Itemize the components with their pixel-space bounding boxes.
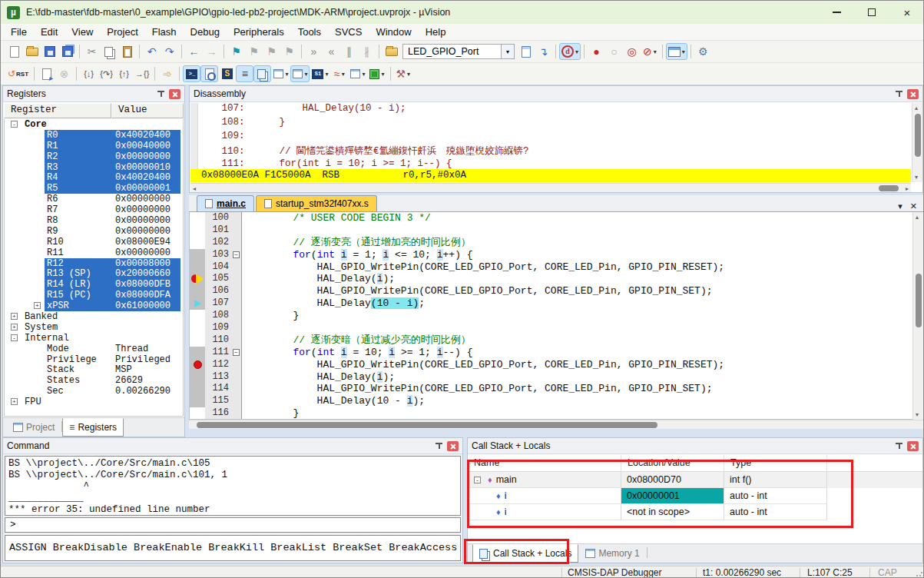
- code-line[interactable]: 114 HAL_GPIO_WritePin(CORE_LED_GPIO_Port…: [190, 383, 922, 395]
- code-line[interactable]: 111− for(int i = 10; i >= 1; i--) {: [190, 347, 922, 359]
- register-row-r14-lr-[interactable]: R14 (LR)0x08000DFB: [5, 279, 183, 290]
- register-column-label[interactable]: Register: [4, 103, 111, 118]
- menu-debug[interactable]: Debug: [184, 25, 227, 39]
- bookmark-next-icon[interactable]: ⚑: [263, 43, 280, 60]
- close-panel-icon[interactable]: [169, 89, 180, 99]
- editor-tab-main-c[interactable]: main.c: [197, 195, 254, 211]
- kill-all-breakpoints-icon-dropdown[interactable]: ▾: [654, 48, 657, 55]
- search-input[interactable]: [402, 44, 501, 59]
- fold-collapse-icon[interactable]: −: [233, 251, 240, 258]
- resize-grip-icon[interactable]: [916, 570, 923, 577]
- disassembly-current-line[interactable]: 0x08000E0A F1C5000A RSB r0,r5,#0x0A: [190, 169, 911, 182]
- minimize-icon[interactable]: [819, 1, 854, 24]
- new-file-icon[interactable]: [5, 43, 23, 60]
- menu-file[interactable]: File: [4, 25, 34, 39]
- register-row-mode[interactable]: ModeThread: [5, 344, 183, 354]
- register-row-r3[interactable]: R30x00000010: [5, 162, 183, 173]
- register-row-privilege[interactable]: PrivilegePrivileged: [5, 354, 183, 365]
- run-icon[interactable]: [38, 65, 55, 82]
- tab-list-dropdown-icon[interactable]: ▾: [898, 201, 902, 211]
- register-row-internal[interactable]: -Internal: [5, 333, 183, 344]
- breakpoint-gutter[interactable]: [190, 212, 205, 224]
- register-row-fpu[interactable]: +FPU: [5, 397, 183, 407]
- disassembly-vscrollbar[interactable]: ▴▾: [912, 103, 922, 182]
- copy-icon[interactable]: [101, 43, 118, 60]
- tree-expander-icon[interactable]: +: [11, 313, 18, 320]
- search-dropdown-icon[interactable]: ▾: [501, 44, 515, 59]
- register-row-r0[interactable]: R00x40020400: [5, 130, 183, 141]
- save-all-icon[interactable]: [58, 43, 76, 60]
- serial-window-icon[interactable]: S1▾: [310, 65, 330, 82]
- watch-window-icon-dropdown[interactable]: ▾: [285, 71, 288, 78]
- code-line[interactable]: 113 HAL_Delay(i);: [190, 371, 922, 384]
- disassembly-line[interactable]: 108: }: [190, 117, 911, 131]
- register-row-r8[interactable]: R80x00000000: [5, 215, 183, 226]
- code-line[interactable]: 104 HAL_GPIO_WritePin(CORE_LED_GPIO_Port…: [190, 261, 922, 274]
- callstack-window-icon[interactable]: [253, 65, 271, 82]
- code-line[interactable]: 110 // 逐渐变暗（通过减少亮的时间比例）: [190, 334, 922, 347]
- pin-icon[interactable]: [893, 440, 905, 451]
- menu-peripherals[interactable]: Peripherals: [227, 25, 291, 39]
- registers-window-icon[interactable]: ≡: [236, 65, 253, 82]
- register-row-sec[interactable]: Sec0.00266290: [5, 386, 183, 397]
- menu-flash[interactable]: Flash: [145, 25, 184, 39]
- breakpoint-icon[interactable]: [194, 360, 202, 369]
- system-viewer-icon-dropdown[interactable]: ▾: [381, 71, 384, 78]
- window-layout-icon-dropdown[interactable]: ▾: [682, 48, 685, 55]
- breakpoint-gutter[interactable]: [190, 334, 205, 347]
- serial-window-icon-dropdown[interactable]: ▾: [325, 71, 328, 78]
- code-line[interactable]: 109: [190, 322, 922, 334]
- breakpoint-current-icon[interactable]: [191, 274, 204, 284]
- show-next-statement-icon[interactable]: ➾: [158, 65, 176, 82]
- maximize-icon[interactable]: [854, 1, 889, 24]
- start-stop-debug-icon[interactable]: d▾: [559, 43, 581, 60]
- breakpoint-gutter[interactable]: [190, 310, 205, 322]
- breakpoint-gutter[interactable]: [190, 273, 205, 285]
- tree-expander-icon[interactable]: -: [11, 121, 18, 128]
- breakpoint-gutter[interactable]: [190, 395, 205, 407]
- memory-window-icon-dropdown[interactable]: ▾: [304, 71, 307, 78]
- start-stop-debug-icon-dropdown[interactable]: ▾: [575, 48, 578, 55]
- trace-window-icon[interactable]: ▾: [348, 65, 367, 82]
- analysis-window-icon-dropdown[interactable]: ▾: [342, 71, 345, 78]
- menu-tools[interactable]: Tools: [291, 25, 328, 39]
- tab-memory-1[interactable]: Memory 1: [578, 544, 646, 563]
- indent-icon[interactable]: »: [305, 43, 323, 60]
- menu-view[interactable]: View: [65, 25, 100, 39]
- tree-expander-icon[interactable]: +: [11, 398, 18, 405]
- register-row-r13-sp-[interactable]: R13 (SP)0x20000660: [5, 268, 183, 279]
- code-line[interactable]: 108 }: [190, 310, 922, 322]
- incremental-find-icon[interactable]: ↴: [535, 43, 552, 60]
- pin-icon[interactable]: [433, 440, 445, 451]
- step-out-icon[interactable]: {↑}: [115, 65, 133, 82]
- watch-window-icon[interactable]: ▾: [271, 65, 290, 82]
- bookmark-toggle-icon[interactable]: ⚑: [227, 43, 245, 60]
- navigate-forward-icon[interactable]: →: [203, 43, 220, 60]
- command-window-icon[interactable]: >_: [183, 65, 200, 82]
- register-row-banked[interactable]: +Banked: [5, 311, 183, 322]
- uncomment-icon[interactable]: ∦: [358, 43, 376, 60]
- save-icon[interactable]: [41, 43, 58, 60]
- menu-svcs[interactable]: SVCS: [328, 25, 369, 39]
- register-row-r7[interactable]: R70x00000000: [5, 204, 183, 215]
- search-settings-icon[interactable]: [383, 43, 400, 60]
- disassembly-line[interactable]: 107: HAL_Delay(10 - i);: [190, 103, 911, 117]
- register-row-r4[interactable]: R40x40020400: [5, 172, 183, 183]
- breakpoint-gutter[interactable]: [190, 297, 205, 310]
- code-line[interactable]: 116 }: [190, 407, 922, 420]
- register-row-r5[interactable]: R50x00000001: [5, 183, 183, 194]
- toolbox-icon-dropdown[interactable]: ▾: [407, 71, 410, 78]
- code-line[interactable]: 115 HAL_Delay(10 - i);: [190, 395, 922, 407]
- editor-vscrollbar[interactable]: ▴▾: [912, 212, 923, 420]
- close-panel-icon[interactable]: [447, 441, 459, 451]
- menu-project[interactable]: Project: [100, 25, 144, 39]
- code-line[interactable]: 105 HAL_Delay(i);: [190, 273, 922, 285]
- code-editor[interactable]: 100 /* USER CODE BEGIN 3 */101102 // 逐渐变…: [189, 212, 923, 420]
- register-row-core[interactable]: -Core: [5, 119, 183, 130]
- command-output[interactable]: BS \\project\../Core/Src/main.c\105BS \\…: [5, 456, 461, 516]
- navigate-back-icon[interactable]: ←: [185, 43, 203, 60]
- breakpoint-gutter[interactable]: [190, 249, 205, 261]
- comment-icon[interactable]: ∥: [340, 43, 358, 60]
- symbols-window-icon[interactable]: S: [218, 65, 236, 82]
- code-line[interactable]: 100 /* USER CODE BEGIN 3 */: [190, 212, 922, 224]
